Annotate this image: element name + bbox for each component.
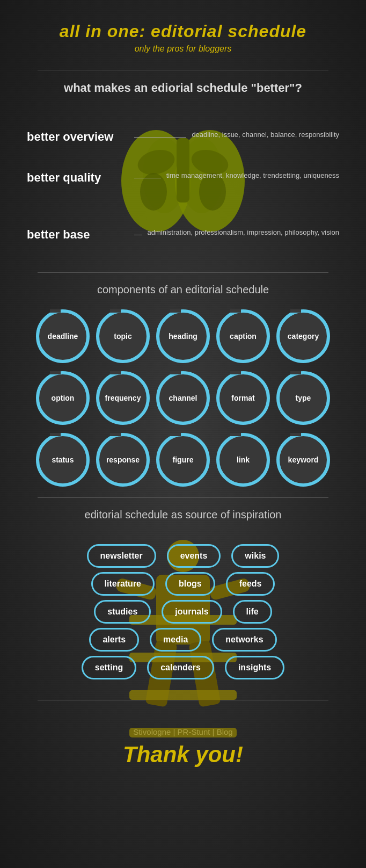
better-base-row: better base administration, professional… bbox=[27, 228, 339, 242]
tag-wikis: wikis bbox=[231, 544, 279, 568]
inspiration-row-3: alertsmedianetworks bbox=[16, 628, 350, 652]
circles-grid: deadlinetopicheadingcaptioncategoryoptio… bbox=[16, 309, 350, 487]
inspiration-rows: newslettereventswikisliteratureblogsfeed… bbox=[16, 534, 350, 689]
circle-topic: topic bbox=[96, 309, 150, 363]
tag-media: media bbox=[150, 628, 201, 652]
circles-row-0: deadlinetopicheadingcaptioncategory bbox=[36, 309, 330, 363]
page-wrapper: all in one: editorial schedule only the … bbox=[0, 0, 366, 789]
tag-alerts: alerts bbox=[89, 628, 139, 652]
better-base-label: better base bbox=[27, 228, 134, 242]
tag-insights: insights bbox=[225, 656, 284, 679]
better-quality-line bbox=[134, 178, 161, 178]
header: all in one: editorial schedule only the … bbox=[16, 11, 350, 59]
better-overview-line bbox=[134, 137, 186, 138]
section1-question: what makes an ediorial schedule "better"… bbox=[16, 81, 350, 95]
tag-blogs: blogs bbox=[165, 572, 215, 596]
circles-row-2: statusresponsefigurelinkkeyword bbox=[36, 433, 330, 487]
divider-1 bbox=[38, 70, 328, 70]
tag-literature: literature bbox=[91, 572, 155, 596]
inspiration-row-0: newslettereventswikis bbox=[16, 544, 350, 568]
svg-rect-18 bbox=[129, 728, 237, 737]
inspiration-row-4: settingcalendersinsights bbox=[16, 656, 350, 679]
better-overview-desc: deadline, issue, channel, balance, respo… bbox=[186, 130, 339, 140]
circle-channel: channel bbox=[156, 371, 210, 425]
circle-figure: figure bbox=[156, 433, 210, 487]
circle-deadline: deadline bbox=[36, 309, 90, 363]
circle-heading: heading bbox=[156, 309, 210, 363]
main-title: all in one: editorial schedule bbox=[16, 21, 350, 41]
divider-2 bbox=[38, 272, 328, 273]
inspiration-row-2: studiesjournalslife bbox=[16, 600, 350, 624]
circles-row-1: optionfrequencychannelformattype bbox=[36, 371, 330, 425]
better-quality-desc: time management, knowledge, trendsetting… bbox=[161, 171, 339, 180]
circle-caption: caption bbox=[216, 309, 270, 363]
inspiration-section: newslettereventswikisliteratureblogsfeed… bbox=[16, 534, 350, 689]
circle-option: option bbox=[36, 371, 90, 425]
tag-networks: networks bbox=[212, 628, 276, 652]
svg-rect-17 bbox=[129, 690, 237, 700]
circle-response: response bbox=[96, 433, 150, 487]
tag-journals: journals bbox=[162, 600, 222, 624]
better-base-desc: administration, professionalism, impress… bbox=[142, 228, 339, 237]
tag-setting: setting bbox=[82, 656, 136, 679]
tag-newsletter: newsletter bbox=[87, 544, 156, 568]
better-base-line bbox=[134, 235, 142, 235]
sub-title: only the pros for bloggers bbox=[16, 44, 350, 54]
section3-title: editorial schedule as source of inspirat… bbox=[16, 509, 350, 521]
tag-calenders: calenders bbox=[147, 656, 214, 679]
tag-feeds: feeds bbox=[226, 572, 275, 596]
circle-link: link bbox=[216, 433, 270, 487]
better-quality-row: better quality time management, knowledg… bbox=[27, 171, 339, 185]
divider-3 bbox=[38, 497, 328, 498]
circle-type: type bbox=[276, 371, 330, 425]
better-overview-label: better overview bbox=[27, 130, 134, 144]
circle-category: category bbox=[276, 309, 330, 363]
better-section: better overview deadline, issue, channel… bbox=[16, 111, 350, 262]
tag-events: events bbox=[167, 544, 221, 568]
tag-studies: studies bbox=[94, 600, 151, 624]
better-quality-label: better quality bbox=[27, 171, 134, 185]
circle-format: format bbox=[216, 371, 270, 425]
circle-status: status bbox=[36, 433, 90, 487]
better-overview-row: better overview deadline, issue, channel… bbox=[27, 130, 339, 144]
circle-keyword: keyword bbox=[276, 433, 330, 487]
circle-frequency: frequency bbox=[96, 371, 150, 425]
inspiration-row-1: literatureblogsfeeds bbox=[16, 572, 350, 596]
tag-life: life bbox=[233, 600, 272, 624]
section2-title: components of an editorial schedule bbox=[16, 284, 350, 296]
